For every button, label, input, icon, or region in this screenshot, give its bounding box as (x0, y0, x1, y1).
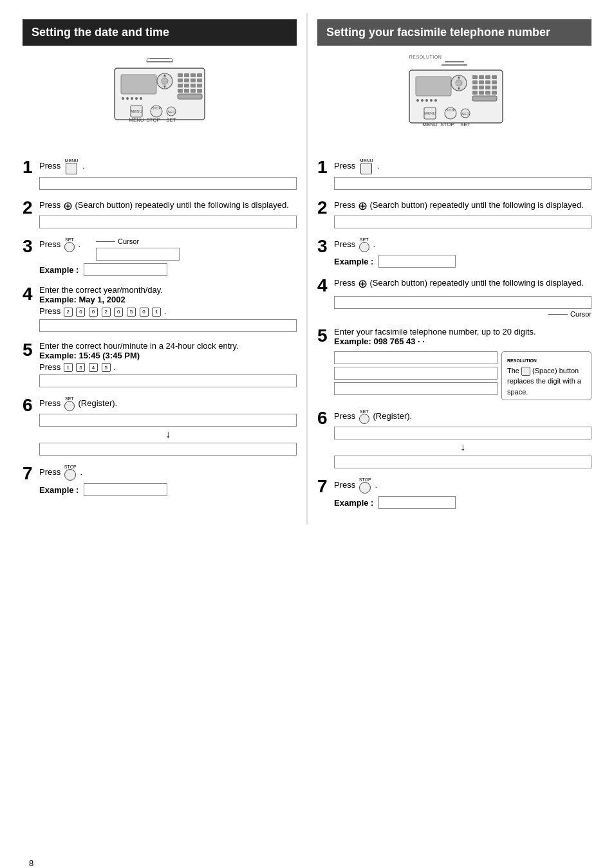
step6-press: Press (39, 398, 63, 408)
step7-example-box (84, 483, 167, 496)
svg-rect-53 (472, 75, 478, 79)
rstep7-example-box (378, 496, 456, 509)
svg-text:STOP: STOP (146, 117, 160, 123)
rstep6-set-icon: SET (359, 409, 369, 424)
step2-press: Press (39, 200, 63, 210)
step7-stop-icon: STOP (64, 465, 77, 481)
key-1: 1 (152, 308, 161, 317)
step5-keys: Press 1 5 4 5 . (39, 362, 297, 373)
step5-text1: Enter the correct hour/minute in a 24-ho… (39, 341, 297, 351)
svg-rect-22 (184, 84, 189, 88)
rstep4-search-icon: ⊕ (358, 277, 367, 291)
svg-rect-28 (197, 89, 202, 93)
right-step6-arrow: ↓ (334, 441, 591, 453)
rstep2-display-box (334, 216, 591, 228)
svg-point-45 (421, 99, 423, 102)
left-title: Setting the date and time (23, 19, 297, 46)
step3-example-box (84, 263, 167, 276)
rstep2-press: Press (334, 200, 358, 210)
svg-rect-69 (472, 96, 497, 101)
key-5: 5 (127, 308, 136, 317)
step5-bold: Example: 15:45 (3:45 PM) (39, 351, 297, 360)
svg-rect-56 (492, 75, 497, 79)
svg-text:▼: ▼ (163, 84, 167, 89)
svg-rect-15 (191, 73, 196, 77)
step5-display-box (39, 374, 297, 387)
rstep3-set-icon: SET (359, 237, 369, 252)
rstep3-example-box (378, 255, 456, 268)
svg-point-8 (140, 97, 142, 100)
step3-cursor-note: Cursor (118, 237, 139, 245)
key-0d: 0 (140, 308, 149, 317)
svg-text:SET: SET (460, 122, 470, 127)
svg-point-7 (135, 97, 138, 100)
right-step-6: 6 Press SET (Register). ↓ (317, 409, 591, 468)
key-5a: 5 (76, 363, 85, 372)
left-step-7: 7 Press STOP . Example : (23, 465, 297, 496)
step3-press: Press (39, 239, 63, 249)
rstep4-cursor-note: Cursor (570, 310, 591, 318)
svg-text:SET: SET (167, 110, 175, 114)
svg-rect-25 (178, 89, 183, 93)
rstep7-example-label: Example : (334, 498, 373, 508)
svg-rect-18 (184, 78, 189, 82)
svg-rect-68 (492, 91, 497, 95)
step2-search-icon: ⊕ (63, 199, 73, 213)
rstep7-stop-icon: STOP (359, 477, 371, 494)
right-title: Setting your facsimile telephone number (317, 19, 591, 46)
step4-text1: Enter the correct year/month/day. (39, 285, 297, 295)
rstep5-display-box3 (334, 382, 498, 395)
svg-rect-14 (184, 73, 189, 77)
rstep1-press: Press (334, 161, 355, 171)
svg-point-50 (456, 80, 462, 86)
svg-rect-58 (479, 80, 484, 84)
right-device-illustration: RESOLUTION ▲ (317, 52, 591, 152)
rstep4-display-box (334, 296, 591, 309)
rstep6-display-box2 (334, 456, 591, 468)
rstep5-text1: Enter your facsimile telephone number, u… (334, 327, 591, 337)
rstep1-menu-icon: MENU (360, 158, 373, 174)
key-2: 2 (64, 308, 73, 317)
rstep5-display-box1 (334, 351, 498, 364)
svg-text:STOP: STOP (440, 122, 454, 127)
svg-rect-27 (191, 89, 196, 93)
rstep2-suffix: (Search button) repeatedly until the fol… (369, 200, 583, 210)
svg-point-6 (131, 97, 133, 100)
left-device-illustration: ▲ ▼ (23, 52, 297, 149)
rstep4-suffix: (Search button) repeatedly until the fol… (369, 278, 583, 288)
svg-rect-13 (178, 73, 183, 77)
svg-point-46 (425, 99, 428, 102)
svg-rect-19 (191, 78, 196, 82)
left-step-3: 3 Press SET . (23, 237, 297, 276)
right-step-1: 1 Press MENU . (317, 158, 591, 190)
svg-point-48 (434, 99, 437, 102)
rstep5-space-note: RESOLUTION The (Space) buttonreplaces th… (501, 351, 591, 400)
svg-point-10 (162, 78, 168, 84)
svg-rect-67 (485, 91, 490, 95)
right-step-3: 3 Press SET . Example : (317, 237, 591, 268)
rstep1-display-box (334, 177, 591, 190)
svg-text:MENU: MENU (131, 109, 142, 113)
key-1a: 1 (64, 363, 73, 372)
rstep4-press: Press (334, 278, 358, 288)
rstep3-press: Press (334, 239, 358, 249)
key-0c: 0 (114, 308, 123, 317)
step7-example-label: Example : (39, 485, 79, 495)
svg-rect-21 (178, 84, 183, 88)
step3-example-label: Example : (39, 265, 79, 275)
svg-rect-66 (479, 91, 484, 95)
left-device-svg: ▲ ▼ (95, 52, 224, 142)
rstep6-display-box (334, 427, 591, 439)
step2-suffix: (Search button) repeatedly until the fol… (75, 200, 288, 210)
key-2b: 2 (102, 308, 111, 317)
svg-rect-63 (485, 86, 490, 89)
key-4: 4 (89, 363, 98, 372)
left-step6-arrow: ↓ (39, 429, 297, 440)
svg-rect-64 (492, 86, 497, 89)
right-panel: Setting your facsimile telephone number … (308, 13, 601, 524)
svg-text:RESOLUTION: RESOLUTION (409, 55, 442, 59)
svg-text:▼: ▼ (457, 86, 461, 91)
right-step-2: 2 Press ⊕ (Search button) repeatedly unt… (317, 199, 591, 228)
svg-text:SET: SET (461, 112, 469, 116)
svg-text:SET: SET (166, 117, 176, 123)
